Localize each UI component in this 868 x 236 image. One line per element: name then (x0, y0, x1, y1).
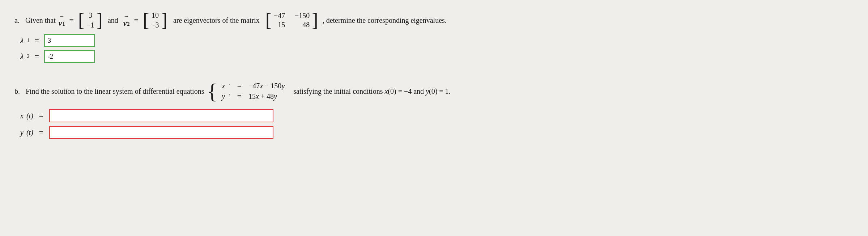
v1-bracket-left: [ (78, 11, 84, 30)
v1-var: v (59, 19, 62, 27)
eq2-equals: = (237, 92, 241, 101)
lambda1-symbol: λ (20, 36, 24, 45)
system-equations: x ′ = −47x − 150y y ′ = 15x + 48y (222, 82, 285, 101)
cell-0-0: −47 (274, 12, 285, 20)
given-that-text: Given that (25, 16, 56, 25)
main-matrix: [ −47 −150 15 48 ] (265, 11, 318, 30)
lambda2-equals: = (35, 52, 39, 61)
v1-row2: −1 (86, 21, 94, 29)
main-matrix-row2: 15 48 (278, 21, 310, 29)
determine-text: , determine the corresponding eigenvalue… (323, 16, 447, 25)
v2-matrix-content: 10 −3 (149, 11, 161, 29)
satisfying-text: satisfying the initial conditions x(0) =… (293, 87, 450, 96)
v1-matrix: [ 3 −1 ] (78, 11, 103, 30)
v1-subscript: 1 (63, 22, 65, 27)
xt-row: x (t) = (20, 109, 854, 122)
yt-paren: (t) (26, 128, 33, 137)
eq2-prime: ′ (229, 93, 230, 100)
v1-row1: 3 (89, 11, 92, 20)
v2-bracket-right: ] (161, 11, 167, 30)
yt-row: y (t) = (20, 126, 854, 139)
problem-a-section: a. Given that → v 1 = [ 3 −1 ] and (14, 11, 854, 66)
cell-0-1: −150 (292, 12, 310, 20)
lambda2-sub: 2 (27, 54, 30, 59)
v2-bracket-left: [ (143, 11, 149, 30)
v2-row2: −3 (151, 21, 159, 29)
main-matrix-row1: −47 −150 (274, 12, 310, 20)
eq2-rhs: 15x + 48y (248, 92, 277, 101)
are-eigenvectors-text: are eigenvectors of the matrix (173, 16, 260, 25)
v2-var: v (123, 19, 127, 27)
v1-symbol: → v 1 (59, 13, 65, 27)
main-bracket-left: [ (265, 11, 272, 30)
problem-a-statement: a. Given that → v 1 = [ 3 −1 ] and (14, 11, 854, 30)
lambda2-row: λ 2 = (20, 50, 854, 63)
cell-1-1: 48 (292, 21, 310, 29)
equals-1: = (69, 16, 74, 25)
xt-label: x (20, 112, 24, 120)
main-bracket-right: ] (312, 11, 318, 30)
part-a-label: a. (14, 16, 20, 25)
cell-1-0: 15 (278, 21, 285, 29)
eq1-equals: = (237, 82, 241, 90)
main-matrix-content: −47 −150 15 48 (272, 12, 312, 29)
xt-paren: (t) (26, 112, 33, 120)
problem-b-section: b. Find the solution to the linear syste… (14, 80, 854, 142)
eq1-row: x ′ = −47x − 150y (222, 82, 285, 90)
part-b-label: b. (14, 87, 20, 96)
find-solution-text: Find the solution to the linear system o… (26, 87, 204, 96)
lambda2-symbol: λ (20, 52, 24, 61)
xt-input[interactable] (49, 109, 273, 122)
eq2-row: y ′ = 15x + 48y (222, 92, 285, 101)
system-brace: { (207, 80, 217, 102)
eq1-rhs: −47x − 150y (248, 82, 285, 90)
eq1-prime: ′ (229, 83, 230, 89)
lambda1-input[interactable] (44, 34, 95, 47)
and-label: and (108, 16, 118, 25)
v2-matrix: [ 10 −3 ] (143, 11, 167, 30)
equals-2: = (134, 16, 139, 25)
v1-bracket-right: ] (97, 11, 103, 30)
eq1-lhs: x (222, 82, 225, 90)
lambda2-input[interactable] (44, 50, 95, 63)
v2-symbol: → v 2 (123, 13, 130, 27)
yt-label: y (20, 128, 24, 137)
v2-row1: 10 (152, 11, 159, 20)
problem-b-statement: b. Find the solution to the linear syste… (14, 80, 854, 102)
eq2-lhs: y (222, 92, 225, 101)
lambda1-row: λ 1 = (20, 34, 854, 47)
lambda1-equals: = (35, 36, 39, 45)
yt-equals: = (39, 128, 43, 137)
v1-matrix-content: 3 −1 (84, 11, 96, 29)
xt-equals: = (39, 111, 43, 121)
yt-input[interactable] (49, 126, 273, 139)
lambda1-sub: 1 (27, 38, 30, 43)
v2-subscript: 2 (127, 22, 130, 27)
